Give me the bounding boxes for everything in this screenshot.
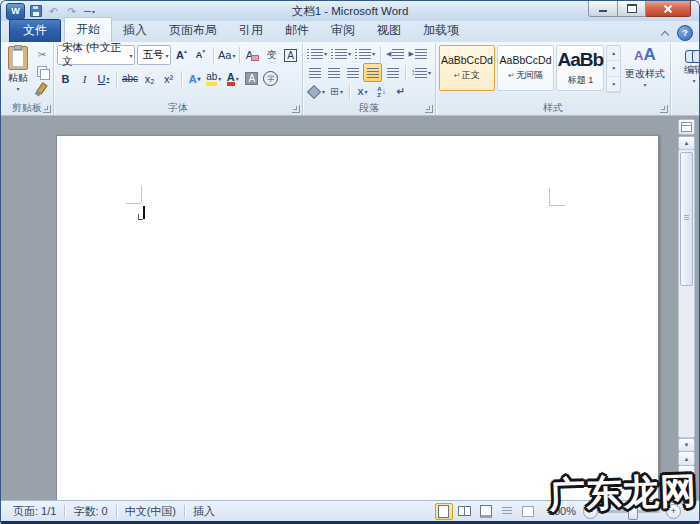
save-button[interactable] <box>28 4 43 18</box>
styles-scroll-down[interactable]: ▼ <box>607 61 619 76</box>
multilevel-list-icon <box>359 49 371 59</box>
tab-add-ins[interactable]: 加载项 <box>412 19 470 42</box>
sort-button[interactable]: AZ↓ <box>373 83 390 100</box>
copy-button[interactable] <box>34 64 50 79</box>
phonetic-guide-button[interactable]: 变 <box>263 47 280 64</box>
minimize-ribbon-button[interactable] <box>658 27 672 40</box>
distribute-button[interactable] <box>384 64 401 81</box>
cut-button[interactable]: ✂ <box>34 47 50 62</box>
font-color-icon: A <box>227 72 235 86</box>
paragraph-group-label: 段落 <box>303 101 435 115</box>
redo-button[interactable]: ↷ <box>64 4 79 18</box>
font-name-combo[interactable]: 宋体 (中文正文▾ <box>57 45 135 65</box>
chevron-up-icon <box>661 30 669 38</box>
paint-bucket-icon <box>307 84 321 98</box>
styles-dialog-launcher[interactable] <box>660 105 668 113</box>
previous-page-button[interactable]: ▲ <box>678 451 695 466</box>
text-effects-button[interactable]: A▾ <box>186 70 203 87</box>
text-highlight-button[interactable]: ab▾ <box>205 70 222 87</box>
undo-button[interactable]: ↶ <box>46 4 61 18</box>
dropdown-icon: ▾ <box>643 81 646 88</box>
qat-customize-button[interactable]: ▾ <box>82 4 97 18</box>
tab-page-layout[interactable]: 页面布局 <box>158 19 228 42</box>
font-size-combo[interactable]: 五号▾ <box>137 45 171 65</box>
strikethrough-button[interactable]: abc <box>121 70 139 87</box>
bold-icon: B <box>62 73 70 85</box>
page-indicator[interactable]: 页面: 1/1 <box>5 504 64 519</box>
borders-button[interactable]: ⊞▾ <box>328 83 345 100</box>
tab-view[interactable]: 视图 <box>366 19 412 42</box>
subscript-icon: x₂ <box>145 73 155 85</box>
document-page[interactable] <box>57 136 658 500</box>
ribbon-corner: ? <box>658 25 693 41</box>
format-painter-button[interactable] <box>34 81 50 96</box>
language-indicator[interactable]: 中文(中国) <box>117 504 184 519</box>
align-left-button[interactable] <box>306 64 323 81</box>
tab-review[interactable]: 审阅 <box>320 19 366 42</box>
decrease-indent-button[interactable]: ◀ <box>385 45 405 62</box>
styles-scroll-up[interactable]: ▲ <box>607 46 619 61</box>
bullets-button[interactable]: ▾ <box>306 45 328 62</box>
justify-button[interactable] <box>363 63 382 82</box>
tab-file[interactable]: 文件 <box>9 19 61 42</box>
asian-layout-button[interactable]: X▾ <box>354 83 371 100</box>
view-draft-button[interactable] <box>519 503 537 520</box>
align-right-button[interactable] <box>344 64 361 81</box>
superscript-button[interactable]: x² <box>160 70 177 87</box>
change-case-button[interactable]: Aa▾ <box>218 47 235 64</box>
paragraph-dialog-launcher[interactable] <box>425 105 433 113</box>
copy-icon <box>37 66 47 77</box>
style-preview: AaBb <box>558 49 604 71</box>
bold-button[interactable]: B <box>57 70 74 87</box>
character-shading-button[interactable]: A <box>243 70 260 87</box>
scroll-down-button[interactable]: ▼ <box>678 438 695 452</box>
show-marks-button[interactable]: ↵ <box>392 83 409 100</box>
view-print-layout-button[interactable] <box>435 503 453 520</box>
italic-button[interactable]: I <box>76 70 93 87</box>
redo-icon: ↷ <box>67 6 75 17</box>
clear-formatting-button[interactable]: A <box>244 47 261 64</box>
line-spacing-button[interactable]: ↕▾ <box>410 64 432 81</box>
dropdown-icon: ▾ <box>129 52 132 59</box>
numbering-button[interactable]: ▾ <box>330 45 352 62</box>
grow-font-button[interactable]: A▲ <box>173 47 190 64</box>
minimize-button[interactable] <box>588 1 618 17</box>
style-heading-1[interactable]: AaBb 标题 1 <box>556 45 604 91</box>
view-fullscreen-reading-button[interactable] <box>456 503 474 520</box>
style-normal[interactable]: AaBbCcDd ↵正文 <box>439 45 495 91</box>
subscript-button[interactable]: x₂ <box>141 70 158 87</box>
tab-insert[interactable]: 插入 <box>112 19 158 42</box>
scrollbar-thumb[interactable] <box>680 152 693 286</box>
underline-button[interactable]: U▾ <box>95 70 112 87</box>
increase-indent-button[interactable]: ▶ <box>407 45 427 62</box>
styles-gallery-more[interactable]: ▼ <box>607 77 619 92</box>
multilevel-list-button[interactable]: ▾ <box>354 45 376 62</box>
help-button[interactable]: ? <box>677 25 693 41</box>
scrollbar-track[interactable] <box>678 149 695 438</box>
tab-references[interactable]: 引用 <box>228 19 274 42</box>
font-dialog-launcher[interactable] <box>292 105 300 113</box>
clipboard-dialog-launcher[interactable] <box>43 105 51 113</box>
scroll-up-button[interactable]: ▲ <box>678 136 695 150</box>
qat-customize-icon <box>84 11 91 12</box>
word-count[interactable]: 字数: 0 <box>65 504 115 519</box>
style-no-spacing[interactable]: AaBbCcDd ↵无间隔 <box>497 45 555 91</box>
view-outline-button[interactable] <box>498 503 516 520</box>
paste-button[interactable]: 粘贴 ▾ <box>4 45 32 102</box>
tab-mailings[interactable]: 邮件 <box>274 19 320 42</box>
shrink-font-button[interactable]: A▼ <box>192 47 209 64</box>
change-styles-button[interactable]: AA 更改样式 ▾ <box>623 45 667 88</box>
editing-button[interactable]: 编辑 ▾ <box>674 45 700 84</box>
view-web-layout-button[interactable] <box>477 503 495 520</box>
ruler-toggle-button[interactable] <box>678 119 695 135</box>
font-color-button[interactable]: A▾ <box>224 70 241 87</box>
word-logo-icon[interactable]: W <box>6 3 25 20</box>
shading-button[interactable]: ▾ <box>306 83 326 100</box>
tab-home[interactable]: 开始 <box>64 17 112 42</box>
maximize-button[interactable] <box>618 1 646 17</box>
character-border-button[interactable]: A <box>282 47 299 64</box>
align-center-button[interactable] <box>325 64 342 81</box>
insert-mode-indicator[interactable]: 插入 <box>185 504 223 519</box>
close-button[interactable] <box>646 1 691 17</box>
enclose-characters-button[interactable]: 字 <box>262 70 279 87</box>
